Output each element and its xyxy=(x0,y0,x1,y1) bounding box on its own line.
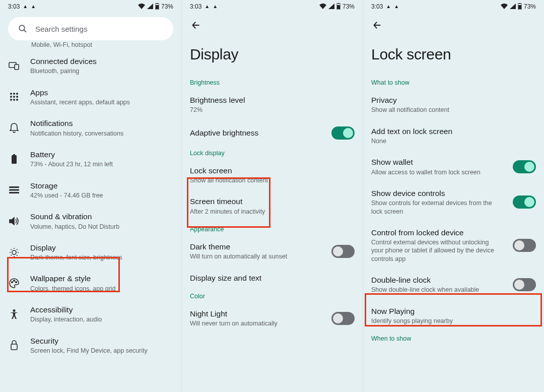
toggle-wallet[interactable] xyxy=(513,160,536,173)
svg-rect-29 xyxy=(337,5,340,9)
item-security[interactable]: SecurityScreen lock, Find My Device, app… xyxy=(0,330,181,361)
apps-icon xyxy=(8,92,20,101)
panel-display: 3:03▲▲ 73% Display Brightness Brightness… xyxy=(181,0,363,392)
panel-lockscreen: 3:03▲▲ 73% Lock screen What to show Priv… xyxy=(363,0,544,392)
app-icon: ▲ xyxy=(213,4,218,9)
brightness-icon xyxy=(8,247,20,257)
signal-icon xyxy=(510,4,516,9)
svg-point-8 xyxy=(13,93,15,95)
signal-icon xyxy=(147,4,153,9)
app-icon: ▲ xyxy=(394,4,399,9)
back-button[interactable] xyxy=(190,19,202,31)
signal-icon xyxy=(328,4,334,9)
battery-icon xyxy=(155,3,159,10)
item-wallpaper[interactable]: Wallpaper & styleColors, themed icons, a… xyxy=(0,268,181,299)
panel-settings: 3:03 ▲ ▲ 73% Search settings Mobile, Wi-… xyxy=(0,0,181,392)
item-screen-timeout[interactable]: Screen timeoutAfter 2 minutes of inactiv… xyxy=(182,190,363,222)
section-when-to-show: When to show xyxy=(363,331,544,345)
page-title: Lock screen xyxy=(363,37,544,75)
item-now-playing[interactable]: Now PlayingIdentify songs playing nearby xyxy=(363,300,544,332)
svg-point-11 xyxy=(13,96,15,98)
svg-point-9 xyxy=(16,93,18,95)
item-battery[interactable]: Battery73% - About 23 hr, 12 min left xyxy=(0,144,181,175)
item-storage[interactable]: Storage42% used - 74.46 GB free xyxy=(0,175,181,206)
section-brightness: Brightness xyxy=(182,75,363,89)
svg-rect-16 xyxy=(13,154,15,155)
network-sub-cut: Mobile, Wi-Fi, hotspot xyxy=(0,41,181,48)
devices-icon xyxy=(8,62,20,70)
section-what-to-show: What to show xyxy=(363,75,544,89)
status-time: 3:03 xyxy=(8,3,20,10)
svg-rect-31 xyxy=(519,3,520,4)
svg-rect-26 xyxy=(11,344,17,350)
palette-icon xyxy=(8,278,20,288)
svg-point-3 xyxy=(19,25,25,31)
page-title: Display xyxy=(182,37,363,75)
battery-icon xyxy=(336,3,341,10)
svg-point-15 xyxy=(16,99,18,101)
status-bar: 3:03▲▲ 73% xyxy=(363,0,544,11)
item-notifications[interactable]: NotificationsNotification history, conve… xyxy=(0,112,181,144)
app-icon: ▲ xyxy=(205,4,210,9)
section-color: Color xyxy=(182,289,363,303)
section-appearance: Appearance xyxy=(182,222,363,236)
item-adaptive-brightness[interactable]: Adaptive brightness xyxy=(182,120,363,146)
battery-icon xyxy=(518,3,522,10)
item-night-light[interactable]: Night LightWill never turn on automatica… xyxy=(182,303,363,334)
search-icon xyxy=(18,24,27,33)
svg-point-7 xyxy=(10,93,12,95)
item-privacy[interactable]: PrivacyShow all notification content xyxy=(363,89,544,120)
toggle-dark-theme[interactable] xyxy=(331,245,355,258)
svg-point-23 xyxy=(14,280,15,282)
app-icon: ▲ xyxy=(31,4,36,9)
toggle-night-light[interactable] xyxy=(331,312,355,325)
svg-point-13 xyxy=(10,99,12,101)
app-icon: ▲ xyxy=(386,4,391,9)
status-bar: 3:03▲▲ 73% xyxy=(182,0,363,11)
item-device-controls[interactable]: Show device controlsShow controls for ex… xyxy=(363,182,544,222)
toggle-double-line[interactable] xyxy=(513,278,536,291)
svg-point-21 xyxy=(12,250,16,254)
svg-rect-2 xyxy=(156,5,159,9)
svg-point-24 xyxy=(16,282,17,283)
item-display[interactable]: DisplayDark theme, font size, brightness xyxy=(0,237,181,268)
section-lock-display: Lock display xyxy=(182,146,363,160)
item-display-size[interactable]: Display size and text xyxy=(182,267,363,289)
toggle-device-controls[interactable] xyxy=(513,195,536,209)
svg-rect-28 xyxy=(337,3,339,4)
svg-line-4 xyxy=(24,30,26,32)
storage-icon xyxy=(8,186,20,193)
back-button[interactable] xyxy=(371,19,383,31)
bell-icon xyxy=(8,123,20,133)
search-placeholder: Search settings xyxy=(35,25,87,33)
item-dark-theme[interactable]: Dark themeWill turn on automatically at … xyxy=(182,236,363,267)
search-settings[interactable]: Search settings xyxy=(8,17,173,40)
svg-rect-6 xyxy=(15,64,19,70)
item-connected-devices[interactable]: Connected devicesBluetooth, pairing xyxy=(0,50,181,82)
toggle-adaptive[interactable] xyxy=(331,126,355,140)
svg-rect-32 xyxy=(518,5,521,9)
wifi-icon xyxy=(319,4,326,9)
accessibility-icon xyxy=(8,309,20,319)
item-apps[interactable]: AppsAssistant, recent apps, default apps xyxy=(0,82,181,113)
item-show-wallet[interactable]: Show walletAllow access to wallet from l… xyxy=(363,151,544,182)
svg-point-12 xyxy=(16,96,18,98)
svg-point-10 xyxy=(10,96,12,98)
svg-point-14 xyxy=(13,99,15,101)
item-control-locked[interactable]: Control from locked deviceControl extern… xyxy=(363,222,544,269)
item-accessibility[interactable]: AccessibilityDisplay, interaction, audio xyxy=(0,299,181,330)
wifi-icon xyxy=(501,4,508,9)
sound-icon xyxy=(8,217,20,226)
svg-point-25 xyxy=(13,309,16,312)
item-sound[interactable]: Sound & vibrationVolume, haptics, Do Not… xyxy=(0,206,181,237)
svg-rect-19 xyxy=(9,189,19,191)
toggle-control-locked[interactable] xyxy=(513,239,536,252)
item-lock-screen[interactable]: Lock screenShow all notification content xyxy=(182,160,363,191)
item-add-text[interactable]: Add text on lock screenNone xyxy=(363,120,544,152)
item-brightness-level[interactable]: Brightness level72% xyxy=(182,89,363,120)
svg-rect-1 xyxy=(156,3,158,4)
svg-rect-17 xyxy=(12,155,17,164)
item-double-line-clock[interactable]: Double-line clockShow double-line clock … xyxy=(363,269,544,300)
status-bar: 3:03 ▲ ▲ 73% xyxy=(0,0,181,11)
battery-icon xyxy=(8,154,20,164)
